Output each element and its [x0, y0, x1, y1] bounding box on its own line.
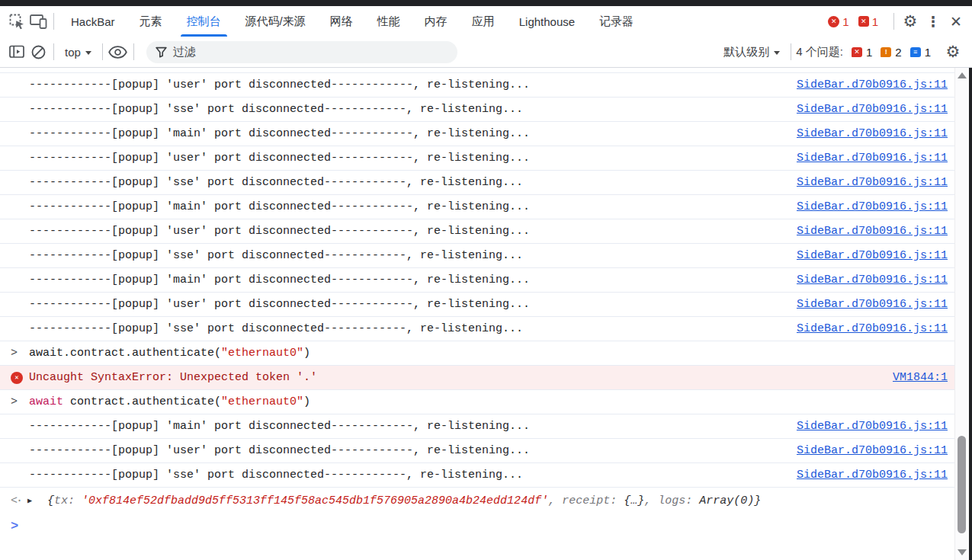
- console-row-log: ------------[popup] 'main' port disconne…: [0, 122, 955, 146]
- message-text: ------------[popup] 'sse' port disconnec…: [29, 176, 523, 189]
- kebab-menu-icon[interactable]: ⋮: [922, 10, 945, 33]
- filter-input[interactable]: 过滤: [146, 41, 457, 63]
- console-row-result: <·▶{tx: '0xf814ef52dfbadd9d5ff5313ff145f…: [0, 488, 955, 514]
- source-link[interactable]: SideBar.d70b0916.js:11: [788, 225, 948, 238]
- tab-application[interactable]: 应用: [460, 6, 507, 37]
- scroll-up-arrow-icon[interactable]: [958, 72, 967, 78]
- console-row-log: ------------[popup] 'sse' port disconnec…: [0, 244, 955, 268]
- tab-elements[interactable]: 元素: [127, 6, 175, 37]
- message-text: ------------[popup] 'user' port disconne…: [29, 298, 530, 311]
- code-segment: ): [303, 347, 310, 360]
- separator: [53, 13, 54, 30]
- window-edge: [969, 68, 972, 560]
- message-text: ------------[popup] 'sse' port disconnec…: [29, 249, 523, 262]
- console-input[interactable]: [29, 520, 948, 535]
- message-text: ------------[popup] 'main' port disconne…: [29, 274, 530, 286]
- code-segment: }: [754, 494, 761, 507]
- devtools-settings-gear-icon[interactable]: ⚙: [899, 10, 922, 33]
- tab-hackbar[interactable]: HackBar: [59, 6, 127, 37]
- error-badges[interactable]: ✕ 1 ✕ 1: [828, 15, 884, 28]
- console-row-log: ------------[popup] 'main' port disconne…: [0, 195, 955, 219]
- console-row-error: ✕Uncaught SyntaxError: Unexpected token …: [0, 366, 955, 390]
- inspect-cursor-icon[interactable]: [6, 11, 27, 32]
- source-link[interactable]: SideBar.d70b0916.js:11: [788, 200, 948, 213]
- tab-performance[interactable]: 性能: [365, 6, 412, 37]
- code-segment: {…}: [624, 494, 644, 507]
- source-link[interactable]: SideBar.d70b0916.js:11: [788, 152, 948, 165]
- message-text: ------------[popup] 'user' port disconne…: [29, 444, 530, 457]
- message-text: ------------[popup] 'user' port disconne…: [29, 78, 530, 91]
- tab-lighthouse[interactable]: Lighthouse: [507, 6, 587, 37]
- source-link[interactable]: SideBar.d70b0916.js:11: [788, 249, 948, 262]
- scroll-down-arrow-icon[interactable]: [958, 549, 967, 555]
- chevron-down-icon: [774, 51, 780, 55]
- source-link[interactable]: SideBar.d70b0916.js:11: [788, 420, 948, 433]
- message-text: ------------[popup] 'user' port disconne…: [29, 152, 530, 165]
- console-row-log: ------------[popup] 'user' port disconne…: [0, 439, 955, 463]
- source-link[interactable]: SideBar.d70b0916.js:11: [788, 274, 948, 286]
- code-segment: "ethernaut0": [221, 395, 303, 408]
- row-gutter: >: [11, 347, 29, 360]
- clear-console-icon[interactable]: [27, 41, 49, 62]
- expand-triangle-icon[interactable]: ▶: [27, 496, 32, 505]
- row-gutter: <·▶: [11, 494, 47, 507]
- console-row-log: ------------[popup] 'sse' port disconnec…: [0, 317, 955, 341]
- partial-row: [0, 68, 955, 73]
- live-expression-eye-icon[interactable]: [107, 41, 129, 62]
- close-devtools-icon[interactable]: ✕: [945, 10, 967, 33]
- console-row-log: ------------[popup] 'user' port disconne…: [0, 73, 955, 98]
- message-text: Uncaught SyntaxError: Unexpected token '…: [29, 371, 317, 384]
- log-level-selector[interactable]: 默认级别: [717, 45, 786, 59]
- issue-error-icon: ✕: [852, 47, 862, 57]
- source-link[interactable]: SideBar.d70b0916.js:11: [788, 176, 948, 189]
- separator: [133, 43, 134, 60]
- console-panel: ------------[popup] 'user' port disconne…: [0, 68, 972, 560]
- code-segment: '0xf814ef52dfbadd9d5ff5313ff145f58ac545d…: [82, 494, 548, 507]
- chevron-down-icon: [85, 51, 91, 55]
- source-link[interactable]: SideBar.d70b0916.js:11: [788, 78, 948, 91]
- source-link[interactable]: VM1844:1: [884, 371, 948, 384]
- tab-recorder[interactable]: 记录器: [587, 6, 646, 37]
- code-segment: ,: [548, 494, 562, 507]
- row-gutter: >: [11, 520, 29, 533]
- return-value-marker: <·: [11, 494, 21, 507]
- tab-memory[interactable]: 内存: [412, 6, 460, 37]
- console-row-log: ------------[popup] 'sse' port disconnec…: [0, 463, 955, 488]
- source-link[interactable]: SideBar.d70b0916.js:11: [788, 469, 948, 482]
- error-badge-count: 1: [842, 15, 848, 28]
- code-segment: Array(0): [699, 494, 754, 507]
- tab-sources[interactable]: 源代码/来源: [233, 6, 318, 37]
- console-row-prompt: >: [0, 514, 955, 550]
- console-settings-gear-icon[interactable]: ⚙: [942, 40, 964, 63]
- tab-network[interactable]: 网络: [318, 6, 365, 37]
- issues-label: 4 个问题:: [796, 45, 843, 59]
- scrollbar-thumb[interactable]: [958, 436, 966, 533]
- source-link[interactable]: SideBar.d70b0916.js:11: [788, 127, 948, 140]
- code-segment: receipt:: [562, 494, 624, 507]
- issues-counter[interactable]: 4 个问题: ✕ 1 ! 2 ≡ 1: [796, 45, 931, 59]
- source-link[interactable]: SideBar.d70b0916.js:11: [788, 444, 948, 457]
- code-segment: await.contract.authenticate(: [29, 347, 221, 360]
- source-link[interactable]: SideBar.d70b0916.js:11: [788, 322, 948, 335]
- message-text: ------------[popup] 'sse' port disconnec…: [29, 103, 523, 116]
- error-circle-icon: ✕: [11, 372, 23, 384]
- show-console-sidebar-icon[interactable]: [6, 41, 27, 62]
- console-toolbar: top 过滤 默认级别 4 个问题: ✕ 1 ! 2 ≡ 1 ⚙: [0, 37, 972, 68]
- code-segment: ,: [644, 494, 658, 507]
- device-toolbar-icon[interactable]: [27, 11, 49, 32]
- source-link[interactable]: SideBar.d70b0916.js:11: [788, 298, 948, 311]
- console-row-input: >await contract.authenticate("ethernaut0…: [0, 390, 955, 414]
- console-messages: ------------[popup] 'user' port disconne…: [0, 68, 955, 560]
- tab-console[interactable]: 控制台: [175, 6, 233, 37]
- issue-info-icon: ≡: [910, 47, 921, 57]
- context-selector[interactable]: top: [59, 46, 98, 59]
- input-chevron-icon: >: [11, 347, 18, 360]
- error-circle-icon: ✕: [828, 16, 839, 27]
- vertical-scrollbar[interactable]: [954, 68, 969, 560]
- message-text: ------------[popup] 'sse' port disconnec…: [29, 469, 523, 482]
- console-row-log: ------------[popup] 'user' port disconne…: [0, 293, 955, 317]
- source-link[interactable]: SideBar.d70b0916.js:11: [788, 103, 948, 116]
- message-text: ------------[popup] 'main' port disconne…: [29, 127, 530, 140]
- console-row-log: ------------[popup] 'user' port disconne…: [0, 219, 955, 244]
- code-segment: "ethernaut0": [221, 347, 303, 360]
